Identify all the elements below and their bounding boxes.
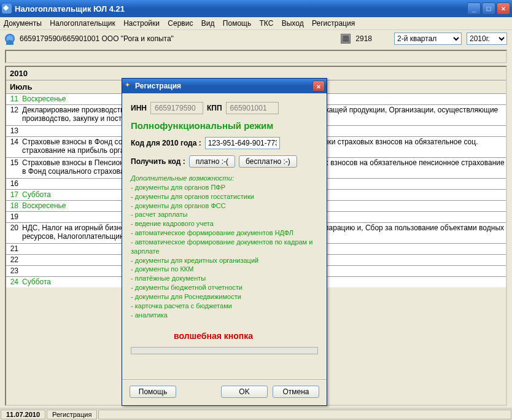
- feature-item: - ведение кадрового учета: [131, 219, 318, 228]
- menu-tks[interactable]: ТКС: [260, 19, 274, 28]
- org-number: 2918: [355, 34, 372, 43]
- calendar-day: 11: [6, 94, 21, 103]
- feature-item: - автоматическое формирование документов…: [131, 228, 318, 238]
- menu-settings[interactable]: Настройки: [123, 19, 160, 28]
- annotation-text: волшебная кнопка: [174, 331, 318, 341]
- ok-button[interactable]: OK: [221, 386, 268, 398]
- calendar-day: 14: [6, 137, 21, 146]
- quarter-select[interactable]: 2-й квартал: [394, 33, 462, 45]
- calendar-day: 24: [6, 277, 21, 286]
- calendar-day: 17: [6, 190, 21, 199]
- feature-item: - документы для органов госстатистики: [131, 192, 318, 201]
- calendar-day: 15: [6, 158, 21, 167]
- feature-item: - документы для органов ФСС: [131, 201, 318, 211]
- menu-help[interactable]: Помощь: [223, 19, 251, 28]
- inn-label: ИНН: [131, 104, 147, 112]
- menu-exit[interactable]: Выход: [282, 19, 304, 28]
- app-icon: [2, 4, 12, 14]
- calendar-day: 18: [6, 201, 21, 210]
- feature-item: - платёжные документы: [131, 274, 318, 283]
- features-title: Дополнительные возможности:: [131, 174, 318, 183]
- status-fill: [98, 410, 511, 419]
- menu-documents[interactable]: Документы: [4, 19, 42, 28]
- kpp-field: [226, 102, 279, 114]
- feature-item: - документы бюджетной отчетности: [131, 283, 318, 292]
- calendar-day: 20: [6, 223, 21, 232]
- calendar-day: 21: [6, 244, 21, 253]
- toolbar: 6659179590/665901001 ООО "Рога и копыта"…: [0, 30, 512, 47]
- dialog-icon: [124, 82, 133, 90]
- paid-button[interactable]: платно :-(: [189, 155, 235, 168]
- menubar: Документы Налогоплательщик Настройки Сер…: [0, 17, 512, 30]
- feature-item: - аналитика: [131, 311, 318, 320]
- status-mode: Регистрация: [47, 410, 97, 419]
- feature-item: - автоматическое формирование документов…: [131, 238, 318, 256]
- kpp-label: КПП: [207, 104, 222, 112]
- status-date: 11.07.2010: [1, 410, 45, 419]
- calendar-day: 23: [6, 266, 21, 275]
- statusbar: 11.07.2010 Регистрация: [0, 408, 512, 420]
- app-title: Налогоплательщик ЮЛ 4.21: [15, 4, 467, 14]
- feature-item: - расчет зарплаты: [131, 210, 318, 219]
- minimize-button[interactable]: _: [467, 2, 481, 15]
- feature-item: - документы для кредитных организаций: [131, 256, 318, 265]
- menu-view[interactable]: Вид: [201, 19, 215, 28]
- toolbar-panel: [5, 50, 507, 63]
- menu-registration[interactable]: Регистрация: [312, 19, 355, 28]
- free-button[interactable]: бесплатно :-): [239, 155, 297, 168]
- feature-item: - документы по ККМ: [131, 265, 318, 274]
- year-select[interactable]: 2010г.: [467, 33, 507, 45]
- calculator-icon[interactable]: [341, 34, 351, 44]
- code-label: Код для 2010 года :: [131, 139, 201, 147]
- calendar-day: 16: [6, 179, 21, 188]
- close-button[interactable]: ×: [497, 2, 510, 15]
- features-block: Дополнительные возможности: - документы …: [131, 174, 318, 320]
- org-label: 6659179590/665901001 ООО "Рога и копыта": [20, 34, 174, 43]
- menu-service[interactable]: Сервис: [168, 19, 193, 28]
- feature-item: - документы для Роснедвижимости: [131, 292, 318, 301]
- menu-taxpayer[interactable]: Налогоплательщик: [50, 19, 115, 28]
- user-icon[interactable]: [5, 34, 15, 44]
- help-button[interactable]: Помощь: [130, 386, 176, 398]
- feature-item: - карточка расчета с бюджетами: [131, 301, 318, 311]
- registration-dialog: Регистрация × ИНН КПП Полнофункциональны…: [122, 78, 327, 406]
- calendar-day: 19: [6, 212, 21, 221]
- dialog-title: Регистрация: [135, 82, 312, 90]
- inn-field: [150, 102, 203, 114]
- code-input[interactable]: [205, 137, 280, 149]
- calendar-day: 22: [6, 255, 21, 264]
- feature-item: - документы для органов ПФР: [131, 183, 318, 192]
- maximize-button[interactable]: □: [482, 2, 495, 15]
- main-titlebar: Налогоплательщик ЮЛ 4.21 _ □ ×: [0, 0, 512, 17]
- mode-heading: Полнофункциональный режим: [131, 120, 318, 131]
- progress-bar: [131, 347, 318, 354]
- get-code-label: Получить код :: [131, 157, 185, 166]
- dialog-close-button[interactable]: ×: [312, 80, 325, 91]
- calendar-day: 13: [6, 126, 21, 135]
- calendar-day: 12: [6, 105, 21, 114]
- cancel-button[interactable]: Отмена: [273, 386, 319, 398]
